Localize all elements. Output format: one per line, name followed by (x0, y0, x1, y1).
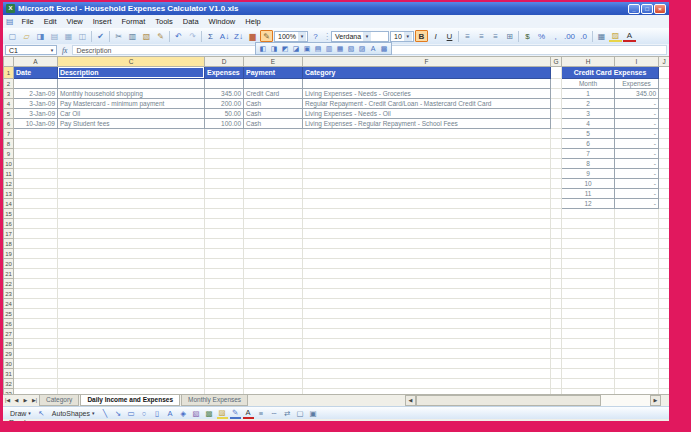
grid-cell[interactable] (551, 129, 562, 139)
column-header[interactable]: D (205, 57, 244, 67)
grid-cell[interactable] (14, 179, 58, 189)
grid-cell[interactable]: Cash (244, 109, 303, 119)
mini-toolbar-icon[interactable]: ▥ (324, 44, 334, 54)
chart-wizard-icon[interactable]: ▆ (246, 30, 259, 42)
credit-month-cell[interactable]: 9 (562, 169, 615, 179)
zoom-select-dropdown-icon[interactable]: ▾ (298, 32, 306, 41)
menu-help[interactable]: Help (240, 15, 265, 28)
open-icon[interactable]: ▱ (20, 30, 33, 42)
arrow-style-icon[interactable]: ⇄ (282, 408, 293, 419)
save-icon[interactable]: ◨ (34, 30, 47, 42)
line-style-icon[interactable]: ≡ (256, 408, 267, 419)
grid-cell[interactable] (303, 199, 551, 209)
grid-cell[interactable] (659, 219, 670, 229)
font-color-icon[interactable]: A (623, 30, 636, 42)
help-icon[interactable]: ? (309, 30, 322, 42)
grid-cell[interactable] (551, 249, 562, 259)
grid-cell[interactable] (58, 79, 205, 89)
grid-cell[interactable] (303, 369, 551, 379)
grid-cell[interactable] (244, 269, 303, 279)
row-header[interactable]: 23 (4, 289, 14, 299)
row-header[interactable]: 5 (4, 109, 14, 119)
grid-cell[interactable] (205, 139, 244, 149)
grid-cell[interactable] (551, 379, 562, 389)
mini-toolbar-icon[interactable]: ◩ (280, 44, 290, 54)
grid-cell[interactable] (659, 259, 670, 269)
grid-cell[interactable] (244, 359, 303, 369)
grid-cell[interactable] (562, 249, 615, 259)
credit-month-cell[interactable]: 3 (562, 109, 615, 119)
grid-cell[interactable]: 2-Jan-09 (14, 89, 58, 99)
grid-cell[interactable] (58, 129, 205, 139)
grid-cell[interactable] (244, 139, 303, 149)
grid-cell[interactable] (303, 319, 551, 329)
select-pointer-icon[interactable]: ↖ (36, 408, 47, 419)
grid-cell[interactable] (14, 379, 58, 389)
row-header[interactable]: 8 (4, 139, 14, 149)
grid-cell[interactable] (58, 279, 205, 289)
grid-cell[interactable]: Credit Card (244, 89, 303, 99)
menu-tools[interactable]: Tools (150, 15, 178, 28)
column-header[interactable]: A (14, 57, 58, 67)
grid-cell[interactable] (659, 239, 670, 249)
row-header[interactable]: 2 (4, 79, 14, 89)
grid-cell[interactable] (14, 199, 58, 209)
grid-cell[interactable] (205, 309, 244, 319)
grid-cell[interactable] (303, 349, 551, 359)
credit-month-cell[interactable]: 8 (562, 159, 615, 169)
undo-icon[interactable]: ↶ (172, 30, 185, 42)
select-all-corner[interactable] (4, 57, 14, 67)
grid-cell[interactable] (551, 169, 562, 179)
grid-cell[interactable] (58, 349, 205, 359)
grid-cell[interactable] (244, 219, 303, 229)
grid-cell[interactable] (562, 299, 615, 309)
grid-cell[interactable] (615, 279, 659, 289)
grid-cell[interactable] (58, 219, 205, 229)
grid-cell[interactable] (244, 349, 303, 359)
comma-icon[interactable]: , (549, 30, 562, 42)
underline-button[interactable]: U (443, 30, 456, 42)
mini-toolbar-icon[interactable]: ▦ (335, 44, 345, 54)
credit-month-cell[interactable]: 1 (562, 89, 615, 99)
grid-cell[interactable] (303, 239, 551, 249)
grid-cell[interactable] (58, 339, 205, 349)
tab-scroll-button[interactable]: ▶ (21, 395, 30, 406)
row-header[interactable]: 4 (4, 99, 14, 109)
credit-value-cell[interactable]: - (615, 189, 659, 199)
grid-cell[interactable] (58, 159, 205, 169)
grid-cell[interactable] (205, 299, 244, 309)
drawing-toggle-icon[interactable]: ✎ (260, 30, 273, 42)
column-header[interactable]: I (615, 57, 659, 67)
grid-cell[interactable] (303, 359, 551, 369)
mini-toolbar-icon[interactable]: ▤ (313, 44, 323, 54)
grid-cell[interactable] (205, 249, 244, 259)
grid-cell[interactable]: 200.00 (205, 99, 244, 109)
grid-cell[interactable] (244, 309, 303, 319)
grid-cell[interactable] (615, 379, 659, 389)
menu-insert[interactable]: Insert (88, 15, 117, 28)
credit-value-cell[interactable]: - (615, 149, 659, 159)
grid-cell[interactable] (615, 209, 659, 219)
grid-cell[interactable] (659, 369, 670, 379)
grid-cell[interactable] (562, 229, 615, 239)
grid-cell[interactable] (562, 289, 615, 299)
grid-cell[interactable] (562, 329, 615, 339)
grid-cell[interactable]: Living Expenses - Regular Repayment - Sc… (303, 119, 551, 129)
sort-ascending-icon[interactable]: A↓ (218, 30, 231, 42)
grid-cell[interactable] (14, 299, 58, 309)
grid-cell[interactable] (244, 169, 303, 179)
grid-cell[interactable] (659, 209, 670, 219)
merge-center-icon[interactable]: ⊞ (503, 30, 516, 42)
grid-cell[interactable]: Cash (244, 99, 303, 109)
grid-cell[interactable] (551, 299, 562, 309)
grid-cell[interactable]: Pay Student fees (58, 119, 205, 129)
grid-cell[interactable] (205, 279, 244, 289)
row-header[interactable]: 28 (4, 339, 14, 349)
grid-cell[interactable] (244, 319, 303, 329)
menu-data[interactable]: Data (178, 15, 204, 28)
fx-icon[interactable]: fx (59, 46, 70, 55)
grid-cell[interactable] (615, 299, 659, 309)
grid-cell[interactable] (615, 249, 659, 259)
name-box-dropdown-icon[interactable]: ▾ (48, 47, 56, 53)
grid-cell[interactable] (615, 349, 659, 359)
